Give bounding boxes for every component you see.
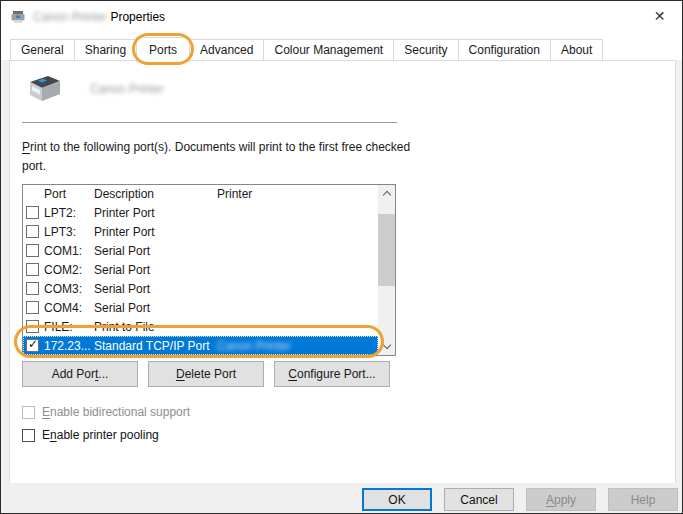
tab-configuration[interactable]: Configuration	[458, 39, 551, 61]
tab-sharing[interactable]: Sharing	[74, 39, 137, 61]
port-row-com4[interactable]: COM4: Serial Port	[23, 298, 378, 317]
ports-listbox: Port Description Printer LPT2: Printer P…	[22, 184, 396, 356]
column-header-port: Port	[44, 187, 94, 201]
tab-ports[interactable]: Ports	[136, 37, 190, 63]
port-checkbox[interactable]	[26, 320, 39, 333]
redacted-printer-name: Canon Printer	[217, 339, 378, 353]
tab-advanced[interactable]: Advanced	[189, 39, 264, 61]
scrollbar[interactable]	[378, 185, 395, 355]
port-row-lpt3[interactable]: LPT3: Printer Port	[23, 222, 378, 241]
title-bar: Canon Printer Properties ✕	[1, 1, 682, 32]
printer-properties-dialog: Canon Printer Properties ✕ General Shari…	[0, 0, 683, 514]
port-row-file[interactable]: FILE: Print to File	[23, 317, 378, 336]
scrollbar-thumb[interactable]	[378, 214, 395, 286]
tab-strip: General Sharing Ports Advanced Colour Ma…	[11, 36, 603, 61]
printer-device-icon	[24, 73, 64, 107]
port-checkbox[interactable]	[26, 301, 39, 314]
dialog-footer: OK Cancel Apply Help	[1, 483, 682, 513]
port-row-com2[interactable]: COM2: Serial Port	[23, 260, 378, 279]
help-button[interactable]: Help	[608, 488, 678, 511]
ports-description: Print to the following port(s). Document…	[22, 138, 414, 176]
checkbox-label: Enable printer pooling	[42, 428, 159, 442]
enable-printer-pooling-checkbox[interactable]: Enable printer pooling	[22, 428, 159, 442]
checkbox-label: Enable bidirectional support	[42, 405, 190, 419]
checkbox[interactable]	[22, 406, 35, 419]
window-title: Canon Printer Properties	[33, 10, 165, 24]
close-icon[interactable]: ✕	[637, 1, 682, 31]
port-checkbox[interactable]	[26, 206, 39, 219]
column-header-printer: Printer	[217, 187, 378, 201]
port-row-com1[interactable]: COM1: Serial Port	[23, 241, 378, 260]
scrollbar-down-icon[interactable]	[378, 338, 395, 355]
ports-tab-page: Canon Printer Print to the following por…	[9, 60, 676, 485]
enable-bidirectional-support-checkbox[interactable]: Enable bidirectional support	[22, 405, 190, 419]
port-checkbox[interactable]	[26, 282, 39, 295]
port-row-com3[interactable]: COM3: Serial Port	[23, 279, 378, 298]
delete-port-button[interactable]: Delete Port	[148, 361, 264, 387]
ports-list: Port Description Printer LPT2: Printer P…	[23, 185, 378, 355]
list-header: Port Description Printer	[23, 185, 378, 203]
checkbox[interactable]	[22, 429, 35, 442]
tab-zone: General Sharing Ports Advanced Colour Ma…	[1, 32, 682, 60]
tab-about[interactable]: About	[550, 39, 603, 61]
separator-line	[22, 122, 397, 123]
device-name: Canon Printer	[90, 82, 164, 96]
configure-port-button[interactable]: Configure Port...	[274, 361, 390, 387]
printer-icon	[10, 9, 26, 25]
port-row-tcpip-selected[interactable]: 172.23... Standard TCP/IP Port Canon Pri…	[23, 336, 378, 355]
tab-security[interactable]: Security	[393, 39, 458, 61]
port-checkbox[interactable]	[26, 244, 39, 257]
port-row-lpt2[interactable]: LPT2: Printer Port	[23, 203, 378, 222]
apply-button[interactable]: Apply	[526, 488, 596, 511]
port-checkbox[interactable]	[26, 263, 39, 276]
scrollbar-up-icon[interactable]	[378, 185, 395, 202]
cancel-button[interactable]: Cancel	[444, 488, 514, 511]
port-checkbox-checked[interactable]	[26, 339, 39, 352]
port-checkbox[interactable]	[26, 225, 39, 238]
tab-colour-management[interactable]: Colour Management	[263, 39, 394, 61]
column-header-description: Description	[94, 187, 217, 201]
add-port-button[interactable]: Add Port...	[22, 361, 138, 387]
redacted-printer-name: Canon Printer	[33, 10, 107, 24]
ok-button[interactable]: OK	[362, 488, 432, 511]
tab-general[interactable]: General	[10, 39, 75, 61]
